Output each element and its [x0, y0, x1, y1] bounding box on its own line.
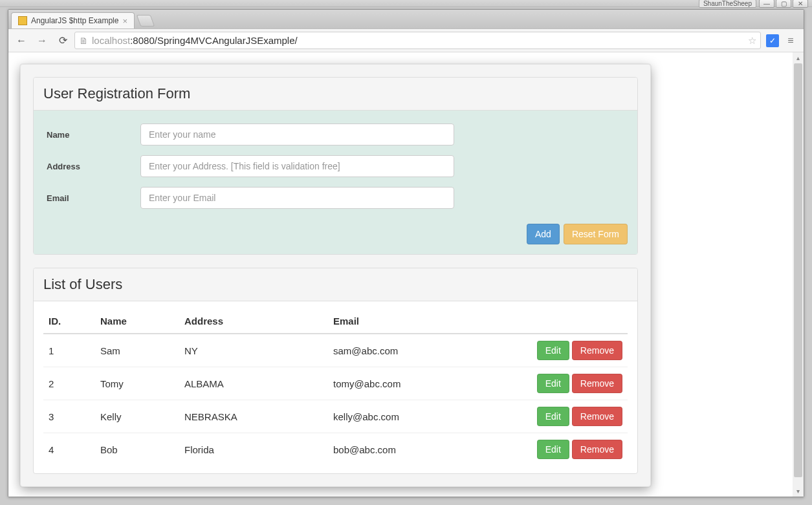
- col-header-address: Address: [179, 309, 328, 334]
- email-input[interactable]: [140, 187, 454, 209]
- scrollbar-thumb[interactable]: [794, 63, 802, 477]
- cell-id: 2: [43, 367, 95, 400]
- scroll-down-icon[interactable]: ▾: [793, 486, 804, 497]
- registration-panel: User Registration Form Name Address Emai…: [33, 77, 638, 255]
- edit-button[interactable]: Edit: [537, 341, 569, 360]
- browser-tab[interactable]: AngularJS $http Example ×: [11, 12, 135, 28]
- cell-email: sam@abc.com: [328, 334, 518, 367]
- scroll-up-icon[interactable]: ▴: [793, 52, 804, 63]
- col-header-name: Name: [95, 309, 179, 334]
- table-row: 1SamNYsam@abc.comEditRemove: [43, 334, 628, 367]
- reset-form-button[interactable]: Reset Form: [564, 224, 628, 244]
- window-minimize-button[interactable]: —: [759, 0, 774, 8]
- browser-menu-button[interactable]: ≡: [782, 32, 800, 50]
- table-row: 2TomyALBAMAtomy@abc.comEditRemove: [43, 367, 628, 400]
- table-row: 3KellyNEBRASKAkelly@abc.comEditRemove: [43, 400, 628, 433]
- cell-name: Bob: [95, 433, 179, 466]
- os-titlebar: ShaunTheSheep — ▢ ✕: [0, 0, 812, 7]
- edit-button[interactable]: Edit: [537, 440, 569, 459]
- forward-button[interactable]: →: [33, 32, 51, 50]
- edit-button[interactable]: Edit: [537, 407, 569, 426]
- edit-button[interactable]: Edit: [537, 374, 569, 393]
- browser-window: AngularJS $http Example × ← → ⟳ 🗎 localh…: [8, 9, 804, 497]
- cell-id: 3: [43, 400, 95, 433]
- cell-name: Tomy: [95, 367, 179, 400]
- tab-strip: AngularJS $http Example ×: [8, 10, 804, 29]
- col-header-id: ID.: [43, 309, 95, 334]
- cell-name: Kelly: [95, 400, 179, 433]
- extension-icon[interactable]: ✓: [766, 34, 779, 47]
- url-port: :8080: [130, 35, 155, 46]
- users-panel-title: List of Users: [34, 268, 637, 301]
- remove-button[interactable]: Remove: [572, 341, 622, 360]
- email-label: Email: [43, 193, 140, 203]
- tab-close-button[interactable]: ×: [122, 16, 127, 26]
- col-header-email: Email: [328, 309, 518, 334]
- browser-toolbar: ← → ⟳ 🗎 localhost:8080/Spring4MVCAngular…: [8, 29, 804, 52]
- registration-form: Name Address Email Add: [34, 111, 637, 254]
- window-maximize-button[interactable]: ▢: [776, 0, 791, 8]
- favicon-icon: [18, 16, 27, 25]
- bookmark-star-icon[interactable]: ☆: [748, 35, 756, 47]
- col-header-actions: [518, 309, 628, 334]
- page-icon: 🗎: [79, 36, 88, 46]
- table-row: 4BobFloridabob@abc.comEditRemove: [43, 433, 628, 466]
- name-input[interactable]: [140, 124, 454, 145]
- main-container: User Registration Form Name Address Emai…: [20, 64, 651, 487]
- url-host: localhost: [92, 35, 130, 46]
- cell-address: NY: [179, 334, 328, 367]
- address-label: Address: [43, 162, 140, 171]
- users-panel: List of Users ID. Name Address Email: [33, 268, 638, 474]
- cell-email: tomy@abc.com: [328, 367, 518, 400]
- reload-button[interactable]: ⟳: [54, 32, 72, 50]
- address-bar[interactable]: 🗎 localhost:8080/Spring4MVCAngularJSExam…: [74, 32, 761, 49]
- cell-address: Florida: [179, 433, 328, 466]
- os-app-badge: ShaunTheSheep: [699, 0, 756, 8]
- cell-email: kelly@abc.com: [328, 400, 518, 433]
- url-path: /Spring4MVCAngularJSExample/: [155, 35, 298, 46]
- back-button[interactable]: ←: [12, 32, 30, 50]
- remove-button[interactable]: Remove: [572, 440, 622, 459]
- address-input[interactable]: [140, 155, 454, 177]
- window-close-button[interactable]: ✕: [793, 0, 808, 8]
- users-table: ID. Name Address Email 1SamNYsam@abc.com…: [43, 309, 628, 466]
- cell-name: Sam: [95, 334, 179, 367]
- name-label: Name: [43, 130, 140, 140]
- new-tab-button[interactable]: [137, 15, 155, 27]
- cell-email: bob@abc.com: [328, 433, 518, 466]
- add-button[interactable]: Add: [527, 224, 560, 244]
- tab-title: AngularJS $http Example: [31, 16, 118, 25]
- cell-address: ALBAMA: [179, 367, 328, 400]
- page-viewport: ▴ ▾ User Registration Form Name Address: [8, 52, 804, 497]
- cell-id: 1: [43, 334, 95, 367]
- remove-button[interactable]: Remove: [572, 407, 622, 426]
- remove-button[interactable]: Remove: [572, 374, 622, 393]
- cell-id: 4: [43, 433, 95, 466]
- vertical-scrollbar[interactable]: ▴ ▾: [793, 52, 804, 497]
- cell-address: NEBRASKA: [179, 400, 328, 433]
- registration-panel-title: User Registration Form: [34, 78, 637, 111]
